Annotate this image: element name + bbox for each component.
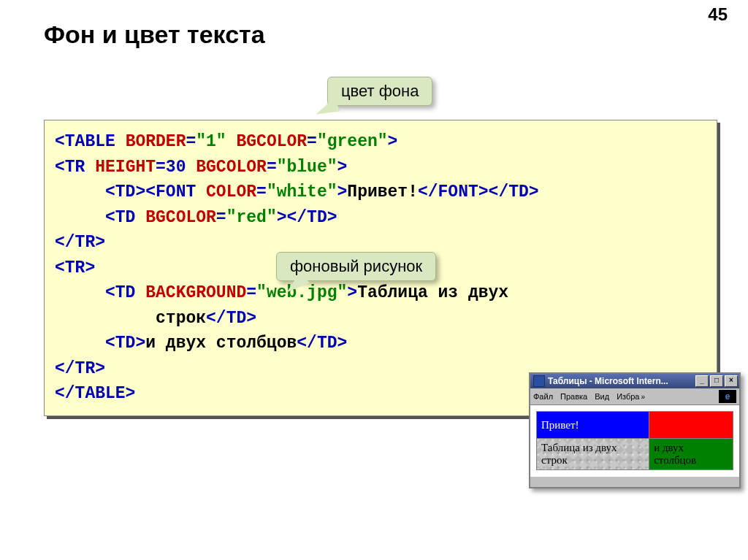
code: = xyxy=(256,183,267,202)
code: = xyxy=(186,132,196,151)
code: "red" xyxy=(226,208,277,227)
code: "white" xyxy=(267,183,337,202)
callout-label: цвет фона xyxy=(341,82,419,100)
table-row: Таблица из двух строк и двух столбцов xyxy=(537,439,733,470)
code: <FONT xyxy=(145,183,206,202)
code: </TABLE> xyxy=(55,384,135,403)
code: <TR xyxy=(55,158,95,177)
callout-bgcolor: цвет фона xyxy=(327,77,432,106)
code: строк xyxy=(156,309,206,328)
code: <TD> xyxy=(105,183,145,202)
code: </TR> xyxy=(55,359,105,378)
code: <TD> xyxy=(105,334,145,353)
code: "blue" xyxy=(277,158,337,177)
cell-hello: Привет! xyxy=(537,412,649,439)
code xyxy=(55,309,156,328)
code: </TD> xyxy=(297,334,347,353)
menu-view[interactable]: Вид xyxy=(595,392,609,401)
code: = xyxy=(246,283,256,302)
code: </TR> xyxy=(55,233,105,252)
code: Привет! xyxy=(347,183,418,202)
status-bar xyxy=(530,476,739,487)
code: = xyxy=(216,208,226,227)
code: <TD xyxy=(105,208,145,227)
browser-window: Таблицы - Microsoft Intern... _ □ × Файл… xyxy=(529,372,741,488)
code: > xyxy=(337,158,348,177)
code: BGCOLOR xyxy=(145,208,216,227)
code: > xyxy=(277,208,287,227)
code xyxy=(55,208,105,227)
slide-title: Фон и цвет текста xyxy=(44,20,265,49)
ie-icon xyxy=(533,375,545,387)
code: и двух столбцов xyxy=(145,334,297,353)
callout-background: фоновый рисунок xyxy=(276,252,436,281)
code: Таблица из двух xyxy=(357,283,508,302)
browser-content: Привет! Таблица из двух строк и двух сто… xyxy=(530,405,739,476)
code: = xyxy=(267,158,277,177)
menu-favorites[interactable]: Избра» xyxy=(617,392,645,401)
minimize-button[interactable]: _ xyxy=(695,375,709,387)
table-row: Привет! xyxy=(537,412,733,439)
code: </TD> xyxy=(206,309,256,328)
cell-green: и двух столбцов xyxy=(649,439,733,470)
chevron-icon: » xyxy=(641,393,646,401)
code: </TD> xyxy=(489,183,539,202)
code: = xyxy=(307,132,317,151)
window-titlebar[interactable]: Таблицы - Microsoft Intern... _ □ × xyxy=(530,374,739,388)
close-button[interactable]: × xyxy=(725,375,738,387)
code xyxy=(55,334,105,353)
code: </TD> xyxy=(287,208,337,227)
code: > xyxy=(347,283,357,302)
code: BGCOLOR xyxy=(196,158,267,177)
code: </FONT> xyxy=(418,183,489,202)
code: > xyxy=(337,183,348,202)
code: <TR> xyxy=(55,258,95,277)
code: BGCOLOR xyxy=(236,132,307,151)
menu-bar: Файл Правка Вид Избра» e xyxy=(530,388,739,405)
menu-file[interactable]: Файл xyxy=(533,392,553,401)
page-number: 45 xyxy=(708,4,728,25)
code: =30 xyxy=(156,158,196,177)
code: BACKGROUND xyxy=(145,283,246,302)
code xyxy=(55,183,105,202)
result-table: Привет! Таблица из двух строк и двух сто… xyxy=(536,411,733,470)
window-title: Таблицы - Microsoft Intern... xyxy=(548,376,694,386)
code: COLOR xyxy=(206,183,256,202)
code: <TABLE xyxy=(55,132,126,151)
code: > xyxy=(388,132,398,151)
menu-edit[interactable]: Правка xyxy=(560,392,587,401)
code: BORDER xyxy=(126,132,186,151)
callout-label: фоновый рисунок xyxy=(290,257,422,275)
cell-web-bg: Таблица из двух строк xyxy=(537,439,649,470)
code: <TD xyxy=(105,283,145,302)
code: HEIGHT xyxy=(95,158,156,177)
cell-red xyxy=(649,412,733,439)
code: "green" xyxy=(317,132,388,151)
maximize-button[interactable]: □ xyxy=(710,375,723,387)
code: "1" xyxy=(196,132,236,151)
code xyxy=(55,283,105,302)
ie-logo-icon: e xyxy=(719,390,736,403)
